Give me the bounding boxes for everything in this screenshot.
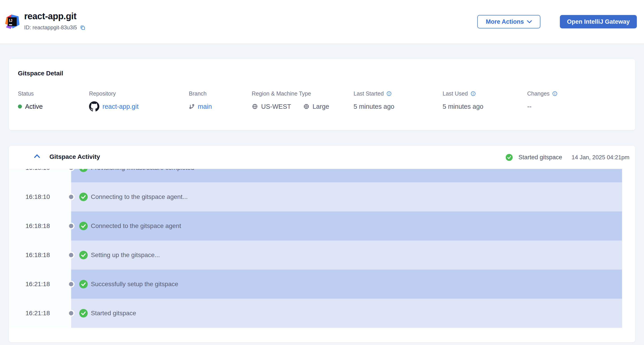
status-value: Active [25,103,43,110]
log-time: 16:18:10 [9,169,71,182]
log-message: Setting up the gitspace... [91,252,160,259]
branch-link[interactable]: main [198,103,212,110]
activity-timestamp: 14 Jan, 2025 04:21pm [572,154,630,161]
check-circle-icon [79,222,88,230]
log-message: Successfully setup the gitspace [91,280,178,288]
status-dot [18,104,22,108]
field-last-used: Last Used 5 minutes ago [442,90,483,112]
timeline-dot [68,222,74,229]
more-actions-button[interactable]: More Actions [477,15,540,28]
log-row: 16:21:18 Started gitspace [9,299,635,328]
branch-icon [189,104,195,110]
check-circle-icon [79,169,88,172]
check-circle-icon [79,280,88,288]
check-circle-icon [79,251,88,259]
info-icon[interactable] [552,91,558,96]
changes-value: -- [527,103,532,110]
log-time: 16:18:18 [9,240,71,270]
copy-icon[interactable] [80,24,86,30]
timeline-dot [68,281,74,288]
field-last-started: Last Started 5 minutes ago [354,90,394,112]
open-gateway-label: Open IntelliJ Gateway [567,18,630,25]
log-message: Connected to the gitspace agent [91,222,181,230]
timeline-dot [68,310,74,316]
info-icon[interactable] [470,91,476,96]
gitspace-detail-card: Gitspace Detail Status Active Repository… [9,59,635,130]
log-row: 16:18:18 Setting up the gitspace... [9,240,635,270]
field-region-machine: Region & Machine Type US-WEST [252,90,329,112]
timeline-dot [68,194,74,200]
log-message: Started gitspace [91,310,136,317]
globe-icon [252,103,258,110]
field-repository: Repository react-app.git [89,90,138,112]
activity-status-label: Started gitspace [518,154,562,161]
github-icon [89,101,99,112]
region-machine-label: Region & Machine Type [252,90,329,97]
field-branch: Branch main [189,90,212,112]
log-row: 16:18:18 Connected to the gitspace agent [9,212,635,240]
log-row: 16:18:10 Connecting to the gitspace agen… [9,182,635,212]
cpu-icon [303,103,310,110]
page-title: react-app.git [24,11,86,21]
log-row: 16:18:10 Provisioning Infrastructure com… [9,169,635,182]
field-changes: Changes -- [527,90,558,112]
check-circle-icon [79,309,88,318]
more-actions-label: More Actions [486,18,524,25]
intellij-logo: IJ [5,14,20,29]
log-time: 16:18:10 [9,182,71,212]
log-row: 16:21:18 Successfully setup the gitspace [9,270,635,299]
branch-label: Branch [189,90,212,97]
last-used-value: 5 minutes ago [442,103,483,110]
chevron-up-icon[interactable] [34,154,40,158]
repository-link[interactable]: react-app.git [102,103,138,110]
activity-heading: Gitspace Activity [50,153,100,160]
open-intellij-gateway-button[interactable]: Open IntelliJ Gateway [560,15,637,28]
log-time: 16:21:18 [9,270,71,299]
log-time: 16:21:18 [9,299,71,328]
timeline-dot [68,252,74,258]
detail-card-heading: Gitspace Detail [18,70,63,77]
last-started-label: Last Started [354,90,384,97]
repository-label: Repository [89,90,138,97]
machine-type-value: Large [312,103,329,110]
log-time: 16:18:18 [9,212,71,240]
chevron-down-icon [527,20,532,23]
info-icon[interactable] [386,91,392,96]
gitspace-activity-card: Gitspace Activity Started gitspace 14 Ja… [9,146,635,342]
gitspace-id: ID: reactappgit-83u3i5 [24,24,77,31]
log-message: Provisioning Infrastructure completed [91,169,194,172]
log-message: Connecting to the gitspace agent... [91,193,188,200]
changes-label: Changes [527,90,550,97]
field-status: Status Active [18,90,43,112]
status-label: Status [18,90,43,97]
activity-header: Gitspace Activity Started gitspace 14 Ja… [9,146,635,169]
last-started-value: 5 minutes ago [354,103,394,110]
top-header: IJ react-app.git ID: reactappgit-83u3i5 … [0,0,644,44]
activity-log[interactable]: 16:18:10 Provisioning Infrastructure com… [9,169,635,328]
svg-text:IJ: IJ [9,18,12,23]
region-value: US-WEST [261,103,291,110]
check-circle-icon [79,193,88,201]
last-used-label: Last Used [442,90,468,97]
check-circle-icon [506,154,513,161]
